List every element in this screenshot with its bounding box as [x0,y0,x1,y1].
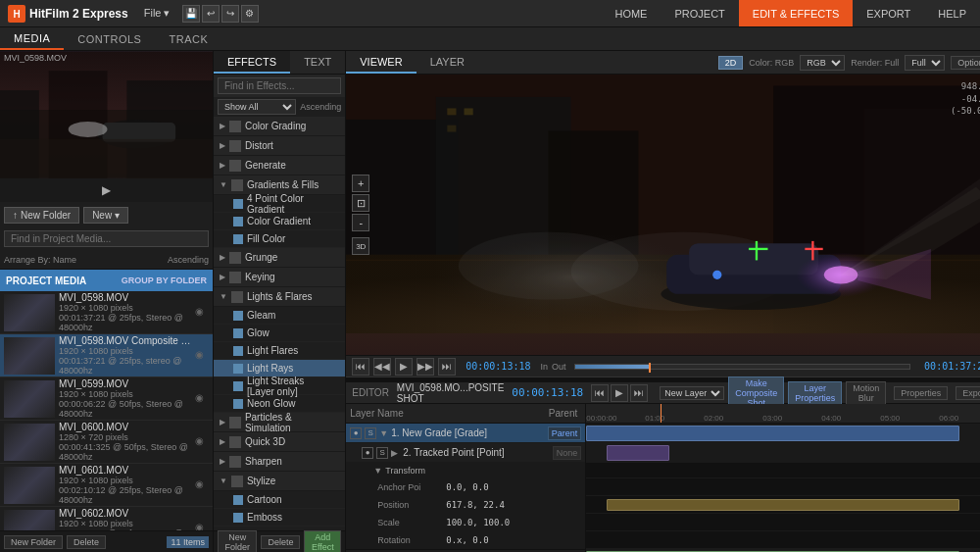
properties-btn[interactable]: Properties [894,386,948,400]
category-stylize[interactable]: ▼ Stylize Cartoon Emboss [214,472,345,527]
preview-play-btn[interactable]: ▶ [102,183,111,197]
tab-effects[interactable]: EFFECTS [214,51,290,74]
new-folder-effects-button[interactable]: New Folder [218,530,257,553]
timeline-scrubber[interactable] [574,364,911,370]
tab-track[interactable]: TRACK [155,27,221,50]
prop-value[interactable]: 0.x, 0.0 [446,535,488,545]
layer-solo-toggle[interactable]: S [365,427,376,439]
editor-next-btn[interactable]: ⏭ [630,384,648,402]
prop-value[interactable]: 617.8, 22.4 [446,500,505,510]
category-quick3d[interactable]: ▶ Quick 3D [214,432,345,452]
viewer-rewind-btn[interactable]: ◀◀ [373,358,391,376]
effects-filter-select[interactable]: Show All [218,99,296,115]
import-button[interactable]: ↑ New Folder [4,207,79,224]
layer-solo-toggle[interactable]: S [376,447,388,459]
layer-visibility-toggle[interactable]: ● [362,447,373,459]
category-lights[interactable]: ▼ Lights & Flares Gleam Glow Light Flare… [214,287,345,413]
category-lights-header[interactable]: ▼ Lights & Flares [214,287,345,307]
motion-blur-btn[interactable]: Motion Blur [846,381,886,405]
effect-item-glow[interactable]: Glow [214,325,345,342]
timeline-playhead[interactable] [661,404,662,423]
effect-item-emboss[interactable]: Emboss [214,509,345,527]
nav-project[interactable]: PROJECT [661,0,738,26]
viewer-render-select[interactable]: Full [905,55,945,71]
tab-text[interactable]: TEXT [290,51,345,74]
category-distort[interactable]: ▶ Distort [214,136,345,156]
nav-edit-effects[interactable]: EDIT & EFFECTS [739,0,853,26]
category-distort-header[interactable]: ▶ Distort [214,136,345,156]
effect-item-neonglow[interactable]: Neon Glow [214,395,345,413]
layer-row-2[interactable]: ● S ▶ 2. Tracked Point [Point] None [346,443,585,463]
list-item[interactable]: MVI_0598.MOV 1920 × 1080 pixels 00:01:37… [0,291,213,334]
viewer-2d-btn[interactable]: 2D [718,56,744,70]
category-color-grading-header[interactable]: ▶ Color Grading [214,117,345,136]
zoom-fit-button[interactable]: ⊡ [352,194,369,212]
category-generate-header[interactable]: ▶ Generate [214,156,345,176]
category-sharpen-header[interactable]: ▶ Sharpen [214,452,345,472]
effect-item-cartoon[interactable]: Cartoon [214,491,345,509]
expand-icon[interactable]: ▼ [373,466,385,476]
category-particles[interactable]: ▶ Particles & Simulation [214,413,345,432]
category-grunge-header[interactable]: ▶ Grunge [214,248,345,268]
prop-value[interactable]: 100.0, 100.0 [446,518,510,527]
effect-item-lightflares[interactable]: Light Flares [214,342,345,360]
list-item[interactable]: MVI_0602.MOV 1920 × 1080 pixels 00:08:08… [0,507,213,530]
timeline-ruler[interactable]: 00:00:00 01:00 02:00 03:00 04:00 05:00 0… [586,404,980,424]
timeline-clip-position[interactable] [607,499,959,511]
new-button[interactable]: New ▾ [83,207,128,224]
tab-media[interactable]: MEDIA [0,27,64,50]
layer-row-1[interactable]: ● S ▼ 1. New Grade [Grade] Parent [346,424,585,443]
layer-visibility-toggle[interactable]: ● [350,427,362,439]
layer-parent-badge[interactable]: Parent [548,427,582,440]
category-gradients[interactable]: ▼ Gradients & Fills 4 Point Color Gradie… [214,176,345,248]
category-keying-header[interactable]: ▶ Keying [214,268,345,287]
category-stylize-header[interactable]: ▼ Stylize [214,472,345,491]
layer-parent-badge[interactable]: None [553,446,582,460]
view-mode-button[interactable]: 3D [352,237,369,255]
timeline-clip[interactable] [607,445,668,461]
category-particles-header[interactable]: ▶ Particles & Simulation [214,413,345,432]
category-color-grading[interactable]: ▶ Color Grading [214,117,345,136]
nav-export[interactable]: EXPORT [853,0,924,26]
nav-home[interactable]: HOME [601,0,661,26]
nav-help[interactable]: HELP [924,0,980,26]
effect-item-colorgradient[interactable]: Color Gradient [214,213,345,230]
viewer-color-select[interactable]: RGB [800,55,845,71]
category-grunge[interactable]: ▶ Grunge [214,248,345,268]
project-search-input[interactable] [4,230,209,247]
category-keying[interactable]: ▶ Keying [214,268,345,287]
prop-value[interactable]: 0.0, 0.0 [446,482,488,492]
redo-icon[interactable]: ↪ [221,5,239,23]
transform-header-row[interactable]: ▼ Transform [346,463,585,478]
new-folder-button[interactable]: New Folder [4,535,63,549]
editor-prev-btn[interactable]: ⏮ [591,384,609,402]
effect-item-4pcolor[interactable]: 4 Point Color Gradient [214,195,345,213]
new-layer-select[interactable]: New Layer [660,386,724,400]
effect-item-gleam[interactable]: Gleam [214,307,345,325]
delete-button[interactable]: Delete [67,535,106,549]
list-item[interactable]: MVI_0599.MOV 1920 × 1080 pixels 00:00:06… [0,377,213,421]
file-menu[interactable]: File ▾ [136,7,178,20]
category-generate[interactable]: ▶ Generate [214,156,345,176]
zoom-out-button[interactable]: - [352,214,369,231]
effect-item-fillcolor[interactable]: Fill Color [214,230,345,248]
undo-icon[interactable]: ↩ [202,5,220,23]
layer-properties-btn[interactable]: Layer Properties [788,381,842,405]
zoom-in-button[interactable]: + [352,175,369,192]
category-sharpen[interactable]: ▶ Sharpen [214,452,345,472]
effect-item-lightstreaks[interactable]: Light Streaks [Layer only] [214,377,345,395]
editor-play-btn[interactable]: ▶ [611,384,628,402]
export-btn[interactable]: Export [956,386,980,400]
viewer-prev-frame-btn[interactable]: ⏮ [352,358,369,376]
timeline-clip[interactable] [586,426,959,441]
list-item[interactable]: MVI_0600.MOV 1280 × 720 pixels 00:00:41:… [0,421,213,464]
tab-controls[interactable]: CONTROLS [64,27,155,50]
delete-effect-button[interactable]: Delete [261,535,300,549]
tab-viewer[interactable]: VIEWER [346,51,416,74]
viewer-play-btn[interactable]: ▶ [395,358,413,376]
list-item[interactable]: MVI_0601.MOV 1920 × 1080 pixels 00:02:10… [0,464,213,507]
add-effect-button[interactable]: Add Effect [304,530,341,553]
layer-expand-icon[interactable]: ▶ [391,448,403,458]
save-icon[interactable]: 💾 [182,5,200,23]
viewer-ff-btn[interactable]: ▶▶ [416,358,434,376]
